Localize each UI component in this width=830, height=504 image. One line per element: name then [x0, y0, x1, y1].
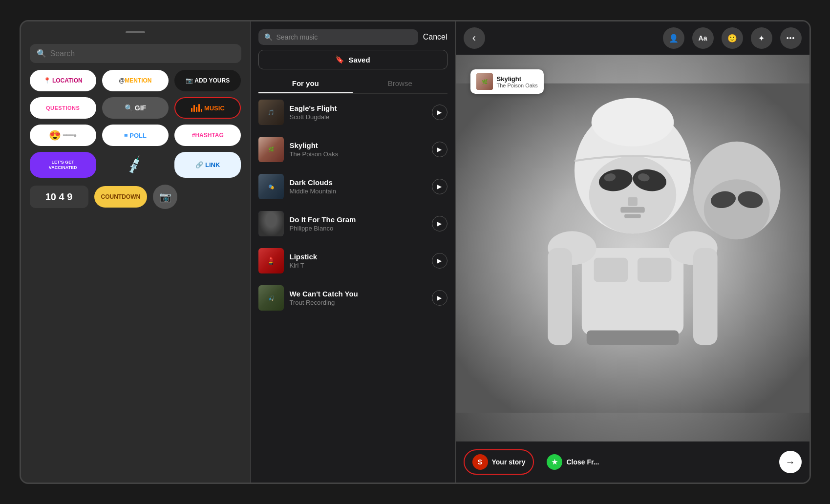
music-tabs: For you Browse	[258, 74, 447, 94]
saved-label: Saved	[348, 56, 370, 64]
your-story-label: Your story	[492, 458, 526, 466]
play-button[interactable]: ▶	[432, 142, 447, 157]
text-icon: Aa	[699, 34, 707, 42]
track-artist: Middle Mountain	[290, 188, 426, 195]
track-artist: Kiri T	[290, 262, 426, 269]
sticker-icon: 🙂	[727, 34, 737, 43]
person-icon: 👤	[669, 34, 679, 43]
star-icon: ★	[552, 458, 558, 466]
track-artist: Philippe Bianco	[290, 225, 426, 232]
music-list: 🎵 Eagle's Flight Scott Dugdale ▶ 🌿 Skyli…	[251, 94, 455, 483]
music-track-item[interactable]: 💄 Lipstick Kiri T ▶	[251, 242, 455, 279]
sticker-emoji-slider[interactable]: 😍 ━━━●	[30, 125, 96, 146]
tab-for-you[interactable]: For you	[258, 74, 353, 93]
more-button[interactable]: •••	[780, 27, 802, 49]
track-artist: Scott Dugdale	[290, 113, 426, 121]
music-bars-icon	[191, 104, 202, 112]
story-panel: ‹ 👤 Aa 🙂 ✦ •••	[456, 21, 809, 483]
sticker-link[interactable]: 🔗 LINK	[174, 152, 241, 178]
stormtrooper-background	[456, 55, 809, 441]
album-art: 🌿	[258, 137, 284, 162]
story-image-container: 🌿 Skylight The Poison Oaks	[456, 55, 809, 441]
sticker-music[interactable]: MUSIC	[174, 97, 241, 119]
music-track-item[interactable]: 🌿 Skylight The Poison Oaks ▶	[251, 131, 455, 168]
saved-button[interactable]: 🔖 Saved	[258, 50, 447, 69]
camera-circle-btn[interactable]: 📷	[153, 185, 177, 209]
close-friends-label: Close Fr...	[566, 458, 599, 466]
svg-rect-12	[594, 258, 627, 282]
album-art: 💄	[258, 248, 284, 273]
music-search-bar[interactable]: 🔍 Search music	[258, 29, 418, 45]
sticker-search-bar[interactable]: 🔍	[30, 44, 241, 63]
track-info: Eagle's Flight Scott Dugdale	[290, 104, 426, 121]
svg-point-20	[703, 179, 769, 239]
music-track-item[interactable]: 🎵 Eagle's Flight Scott Dugdale ▶	[251, 94, 455, 131]
track-info: We Can't Catch You Trout Recording	[290, 290, 426, 306]
overlay-album-art: 🌿	[476, 73, 493, 90]
track-title: Skylight	[290, 141, 426, 149]
music-sticker-overlay[interactable]: 🌿 Skylight The Poison Oaks	[470, 69, 544, 94]
play-button[interactable]: ▶	[432, 216, 447, 231]
countdown-row: 10 4 9 COUNTDOWN 📷	[30, 185, 241, 209]
track-title: Do It For The Gram	[290, 215, 426, 224]
countdown-numbers: 10 4 9	[30, 186, 88, 208]
drag-handle	[126, 31, 145, 33]
track-info: Skylight The Poison Oaks	[290, 141, 426, 158]
search-icon: 🔍	[264, 33, 273, 41]
music-track-item[interactable]: 🎣 We Can't Catch You Trout Recording ▶	[251, 279, 455, 316]
music-panel: 🔍 Search music Cancel 🔖 Saved For you Br…	[251, 21, 456, 483]
effects-button[interactable]: ✦	[751, 27, 772, 49]
track-info: Lipstick Kiri T	[290, 252, 426, 269]
sticker-hashtag[interactable]: #HASHTAG	[174, 125, 241, 146]
svg-rect-9	[628, 197, 638, 206]
sticker-needle[interactable]: 💉	[102, 152, 169, 178]
sticker-add-yours[interactable]: 📷 ADD YOURS	[174, 70, 241, 91]
sticker-vaccinated[interactable]: LET'S GETVACCINATED	[30, 152, 96, 178]
app-container: 🔍 📍 LOCATION @MENTION 📷 ADD YOURS QUESTI…	[20, 20, 811, 484]
stormtrooper-svg	[456, 55, 809, 441]
mention-button[interactable]: 👤	[663, 27, 684, 49]
more-icon: •••	[787, 34, 795, 42]
sticker-mention[interactable]: @MENTION	[102, 70, 169, 91]
play-button[interactable]: ▶	[432, 253, 447, 269]
play-button[interactable]: ▶	[432, 179, 447, 194]
text-button[interactable]: Aa	[692, 27, 714, 49]
music-search-header: 🔍 Search music Cancel	[251, 21, 455, 50]
story-toolbar: ‹ 👤 Aa 🙂 ✦ •••	[456, 21, 809, 55]
sticker-grid: 📍 LOCATION @MENTION 📷 ADD YOURS QUESTION…	[30, 70, 241, 178]
music-track-item[interactable]: 🎭 Dark Clouds Middle Mountain ▶	[251, 168, 455, 205]
sticker-questions[interactable]: QUESTIONS	[30, 97, 96, 119]
sticker-location[interactable]: 📍 LOCATION	[30, 70, 96, 91]
camera-icon: 📷	[159, 191, 171, 203]
tab-browse[interactable]: Browse	[353, 74, 447, 93]
close-friends-avatar: ★	[547, 454, 562, 470]
album-art	[258, 211, 284, 236]
overlay-track-artist: The Poison Oaks	[497, 83, 538, 88]
story-avatar: S	[472, 454, 488, 470]
svg-rect-17	[693, 248, 717, 345]
play-button[interactable]: ▶	[432, 290, 447, 306]
sticker-search-input[interactable]	[50, 49, 234, 58]
story-bottom-bar: S Your story ★ Close Fr... →	[456, 441, 809, 483]
play-button[interactable]: ▶	[432, 105, 447, 120]
music-track-item[interactable]: Do It For The Gram Philippe Bianco ▶	[251, 205, 455, 242]
track-title: Lipstick	[290, 252, 426, 261]
story-image: 🌿 Skylight The Poison Oaks	[456, 55, 809, 441]
album-art: 🎵	[258, 100, 284, 125]
your-story-button[interactable]: S Your story	[464, 449, 534, 475]
svg-rect-8	[624, 214, 641, 218]
close-friends-button[interactable]: ★ Close Fr...	[539, 450, 607, 474]
cancel-button[interactable]: Cancel	[423, 33, 447, 42]
send-story-button[interactable]: →	[779, 451, 802, 473]
bookmark-icon: 🔖	[335, 55, 344, 64]
music-search-placeholder: Search music	[277, 33, 318, 41]
track-title: Dark Clouds	[290, 178, 426, 187]
sticker-countdown[interactable]: COUNTDOWN	[94, 186, 148, 208]
back-button[interactable]: ‹	[464, 27, 485, 49]
svg-rect-18	[586, 331, 678, 345]
sticker-button[interactable]: 🙂	[722, 27, 743, 49]
sticker-gif[interactable]: 🔍 GIF	[102, 97, 169, 119]
arrow-right-icon: →	[786, 457, 795, 468]
search-icon: 🔍	[37, 49, 46, 58]
sticker-poll[interactable]: ≡ POLL	[102, 125, 169, 146]
